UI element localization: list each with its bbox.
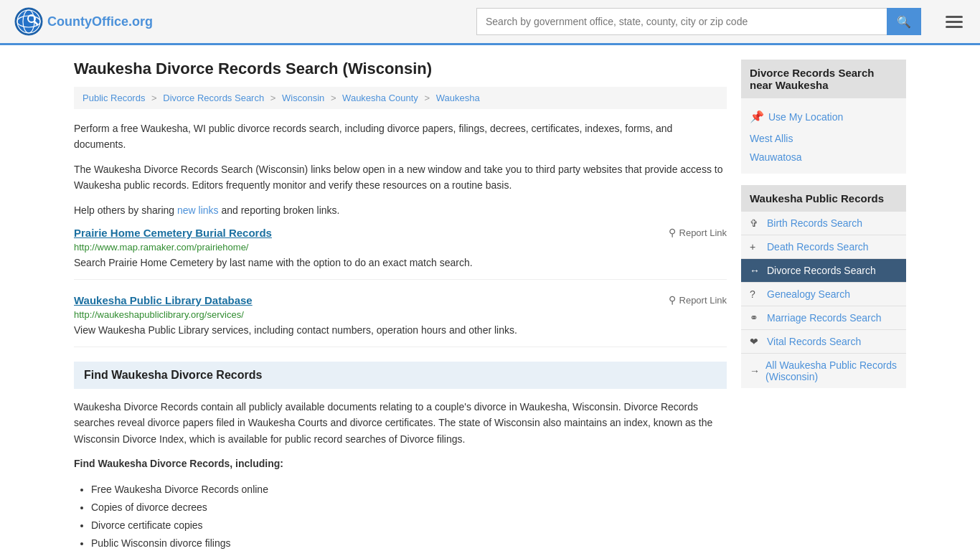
vital-records-link[interactable]: Vital Records Search [767,336,861,347]
breadcrumb-waukesha-county[interactable]: Waukesha County [342,93,418,103]
resource-card-prairie-home: Prairie Home Cemetery Burial Records ⚲ R… [74,227,727,280]
content-wrapper: Waukesha Divorce Records Search (Wiscons… [60,45,920,551]
sidebar-item-vital[interactable]: ❤ Vital Records Search [741,330,906,354]
intro-para3-prefix: Help others by sharing [74,204,177,216]
search-icon: 🔍 [897,16,911,28]
report-link-label-1: Report Link [679,227,727,238]
birth-records-link[interactable]: Birth Records Search [767,217,862,229]
new-links-link[interactable]: new links [177,204,219,216]
death-records-link[interactable]: Death Records Search [767,241,869,253]
report-link-label-2: Report Link [679,295,727,306]
vital-records-icon: ❤ [750,336,761,347]
wauwatosa-link[interactable]: Wauwatosa [750,151,802,163]
find-section-para1: Waukesha Divorce Records contain all pub… [74,399,727,447]
list-item-2: Divorce certificate copies [91,517,727,534]
divorce-records-link[interactable]: Divorce Records Search [767,265,876,276]
genealogy-icon: ? [750,288,761,300]
use-location-label: Use My Location [768,111,843,123]
birth-records-icon: ✞ [750,217,761,229]
use-my-location[interactable]: 📌 Use My Location [750,105,897,129]
breadcrumb-public-records[interactable]: Public Records [83,93,145,103]
find-section-header: Find Waukesha Divorce Records [74,362,727,389]
death-records-icon: + [750,241,761,253]
location-pin-icon: 📌 [750,110,764,123]
breadcrumb-sep-3: > [331,93,336,103]
resource-title-library[interactable]: Waukesha Public Library Database [74,294,253,306]
report-link-btn-2[interactable]: ⚲ Report Link [669,294,727,306]
breadcrumb-sep-1: > [151,93,157,103]
resource-card-header-2: Waukesha Public Library Database ⚲ Repor… [74,294,727,306]
sidebar-nearby-section: Divorce Records Search near Waukesha 📌 U… [741,60,906,174]
logo-county: CountyOffice [47,14,128,29]
intro-para3-suffix: and reporting broken links. [219,204,340,216]
resource-url-2: http://waukeshapubliclibrary.org/service… [74,309,727,320]
marriage-records-link[interactable]: Marriage Records Search [767,312,882,324]
intro-para1: Perform a free Waukesha, WI public divor… [74,121,727,153]
sidebar-nearby-body: 📌 Use My Location West Allis Wauwatosa [741,98,906,174]
menu-button[interactable] [943,13,966,31]
report-link-btn-1[interactable]: ⚲ Report Link [669,227,727,238]
main-content: Waukesha Divorce Records Search (Wiscons… [74,60,727,551]
resource-title-prairie-home[interactable]: Prairie Home Cemetery Burial Records [74,227,272,239]
logo-link[interactable]: CountyOffice.org [14,7,153,36]
list-item-1: Copies of divorce decrees [91,499,727,517]
resource-url-1: http://www.map.ramaker.com/prairiehome/ [74,242,727,253]
search-button[interactable]: 🔍 [887,8,921,35]
sidebar-public-records-section: Waukesha Public Records ✞ Birth Records … [741,185,906,388]
sidebar-public-records-title: Waukesha Public Records [741,185,906,212]
list-item-3: Public Wisconsin divorce filings [91,534,727,551]
sidebar-all-link[interactable]: → All Waukesha Public Records (Wisconsin… [741,354,906,388]
marriage-records-icon: ⚭ [750,312,761,324]
breadcrumb-waukesha[interactable]: Waukesha [436,93,480,103]
divorce-records-icon: ↔ [750,265,761,276]
sidebar-item-death[interactable]: + Death Records Search [741,235,906,259]
resource-card-library: Waukesha Public Library Database ⚲ Repor… [74,294,727,347]
search-area: 🔍 [476,8,921,35]
page-title: Waukesha Divorce Records Search (Wiscons… [74,60,727,78]
resource-desc-2: View Waukesha Public Library services, i… [74,323,727,338]
sidebar-item-divorce[interactable]: ↔ Divorce Records Search [741,259,906,283]
genealogy-link[interactable]: Genealogy Search [767,288,850,300]
sidebar: Divorce Records Search near Waukesha 📌 U… [741,60,906,551]
report-icon-1: ⚲ [669,227,676,238]
sidebar-location-wauwatosa: Wauwatosa [750,148,897,166]
breadcrumb: Public Records > Divorce Records Search … [74,87,727,109]
breadcrumb-sep-4: > [424,93,430,103]
intro-para2: The Waukesha Divorce Records Search (Wis… [74,161,727,194]
find-section-subheader-text: Find Waukesha Divorce Records, including… [74,458,283,469]
sidebar-nearby-title: Divorce Records Search near Waukesha [741,60,906,98]
logo-icon [14,7,43,36]
sidebar-item-genealogy[interactable]: ? Genealogy Search [741,283,906,306]
find-section-subheader: Find Waukesha Divorce Records, including… [74,456,727,471]
all-records-link[interactable]: All Waukesha Public Records (Wisconsin) [765,359,897,382]
sidebar-item-birth[interactable]: ✞ Birth Records Search [741,212,906,235]
breadcrumb-wisconsin[interactable]: Wisconsin [282,93,324,103]
report-icon-2: ⚲ [669,294,676,306]
resource-desc-1: Search Prairie Home Cemetery by last nam… [74,255,727,270]
search-input[interactable] [476,8,887,35]
logo-suffix: .org [128,14,153,29]
sidebar-item-marriage[interactable]: ⚭ Marriage Records Search [741,306,906,330]
list-item-0: Free Waukesha Divorce Records online [91,481,727,499]
header: CountyOffice.org 🔍 [0,0,980,45]
breadcrumb-sep-2: > [270,93,276,103]
resource-card-header-1: Prairie Home Cemetery Burial Records ⚲ R… [74,227,727,239]
all-records-arrow-icon: → [750,365,760,377]
record-list: Free Waukesha Divorce Records online Cop… [91,481,727,551]
intro-para3: Help others by sharing new links and rep… [74,202,727,218]
west-allis-link[interactable]: West Allis [750,133,793,144]
logo-text: CountyOffice.org [47,14,153,29]
breadcrumb-divorce-records[interactable]: Divorce Records Search [163,93,264,103]
sidebar-location-west-allis: West Allis [750,129,897,148]
